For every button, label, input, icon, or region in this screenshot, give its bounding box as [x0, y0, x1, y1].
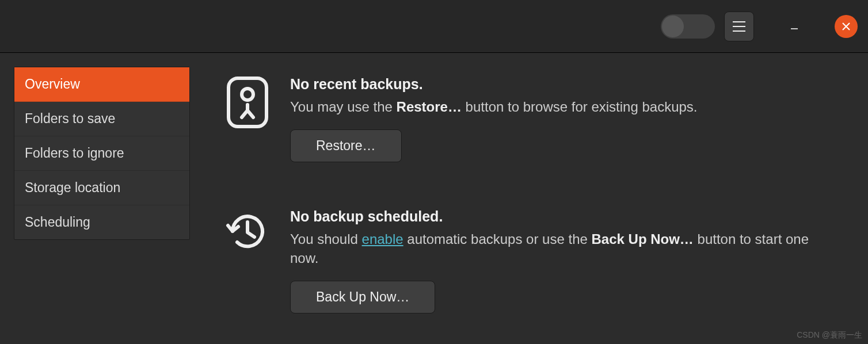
watermark: CSDN @蓑雨一生 [797, 330, 862, 341]
content: Overview Folders to save Folders to igno… [0, 53, 868, 344]
svg-point-1 [242, 89, 253, 100]
restore-title: No recent backups. [290, 76, 698, 93]
backup-now-button[interactable]: Back Up Now… [290, 281, 435, 314]
titlebar [0, 0, 868, 53]
hamburger-menu-button[interactable] [724, 12, 754, 41]
backup-device-icon [224, 76, 271, 129]
backup-description: You should enable automatic backups or u… [290, 230, 833, 268]
sidebar-item-folders-save[interactable]: Folders to save [14, 102, 189, 136]
restore-description: You may use the Restore… button to brows… [290, 97, 698, 117]
backup-section: No backup scheduled. You should enable a… [224, 208, 833, 314]
svg-rect-0 [229, 78, 267, 127]
sidebar-list: Overview Folders to save Folders to igno… [14, 67, 190, 240]
sidebar-item-scheduling[interactable]: Scheduling [14, 205, 189, 239]
close-button[interactable] [835, 15, 858, 38]
close-icon [842, 22, 850, 30]
main-panel: No recent backups. You may use the Resto… [190, 53, 868, 344]
sidebar: Overview Folders to save Folders to igno… [0, 53, 190, 344]
sidebar-item-overview[interactable]: Overview [14, 67, 189, 102]
backup-body: No backup scheduled. You should enable a… [290, 208, 833, 314]
restore-button[interactable]: Restore… [290, 129, 402, 162]
toggle-knob [662, 16, 684, 37]
history-clock-icon [224, 208, 271, 261]
auto-backup-toggle[interactable] [661, 14, 715, 39]
restore-section: No recent backups. You may use the Resto… [224, 76, 833, 162]
hamburger-icon [733, 21, 745, 32]
backup-title: No backup scheduled. [290, 208, 833, 225]
sidebar-item-storage-location[interactable]: Storage location [14, 171, 189, 205]
restore-body: No recent backups. You may use the Resto… [290, 76, 698, 162]
enable-link[interactable]: enable [362, 231, 403, 247]
sidebar-item-folders-ignore[interactable]: Folders to ignore [14, 136, 189, 171]
minimize-icon [790, 22, 799, 31]
minimize-button[interactable] [783, 15, 806, 38]
